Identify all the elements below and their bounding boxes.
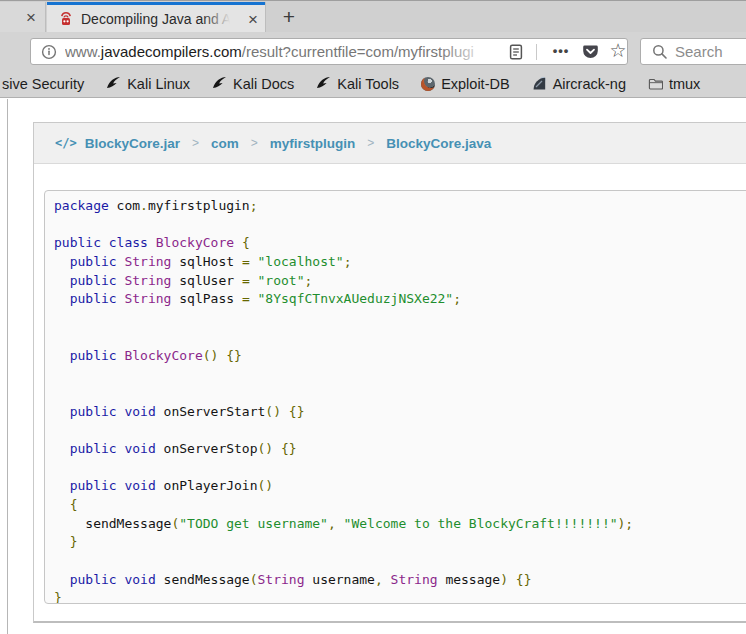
content-panel: </> BlockyCore.jar > com > myfirstplugin…	[33, 122, 746, 623]
url-bar[interactable]: www.javadecompilers.com/result?currentfi…	[30, 38, 628, 65]
bookmarks-toolbar: sive Security Kali Linux Kali Docs Kali …	[0, 70, 746, 98]
bookmark-kali-linux[interactable]: Kali Linux	[95, 70, 201, 97]
bookmark-kali-tools[interactable]: Kali Tools	[305, 70, 410, 97]
bookmark-label: Kali Docs	[233, 76, 294, 92]
bookmark-label: Exploit-DB	[441, 76, 510, 92]
search-icon	[652, 44, 668, 60]
kali-dragon-icon	[106, 76, 121, 91]
tab-title-fade	[203, 5, 235, 33]
folder-icon	[648, 76, 663, 91]
antenna-dish-icon	[532, 76, 547, 91]
pocket-save-icon[interactable]	[582, 44, 599, 60]
tab-close-icon[interactable]: ×	[26, 9, 36, 26]
breadcrumb-package-link[interactable]: myfirstplugin	[270, 136, 356, 151]
url-prefix: www.	[65, 43, 101, 60]
breadcrumb-jar-link[interactable]: BlockyCore.jar	[85, 136, 180, 151]
active-tab-close-button[interactable]: ×	[248, 5, 258, 33]
url-domain: javadecompilers.com	[101, 43, 242, 60]
bookmark-aircrack-ng[interactable]: Aircrack-ng	[521, 70, 637, 97]
code-icon: </>	[55, 136, 77, 150]
bookmark-offensive-security[interactable]: sive Security	[0, 70, 95, 97]
reader-mode-icon[interactable]	[508, 44, 524, 60]
chevron-right-icon: >	[367, 136, 374, 150]
site-info-icon[interactable]	[41, 44, 57, 60]
kali-dragon-icon	[212, 76, 227, 91]
bookmark-label: tmux	[669, 76, 700, 92]
breadcrumb-file-link[interactable]: BlockyCore.java	[386, 136, 491, 151]
kali-dragon-icon	[316, 76, 331, 91]
code-block: package com.myfirstplugin;public class B…	[44, 190, 746, 604]
url-fade	[439, 40, 503, 63]
breadcrumb: </> BlockyCore.jar > com > myfirstplugin…	[34, 123, 746, 164]
chevron-right-icon: >	[192, 136, 199, 150]
bookmark-tmux[interactable]: tmux	[637, 70, 711, 97]
close-icon: ×	[248, 11, 258, 28]
tab-bar: × Decompiling Java and And × +	[0, 0, 746, 32]
search-bar[interactable]	[640, 38, 746, 65]
chevron-right-icon: >	[251, 136, 258, 150]
partial-left-tab[interactable]: ×	[0, 2, 46, 33]
search-input[interactable]	[673, 40, 746, 63]
urlbar-separator	[536, 44, 537, 60]
exploit-db-icon	[421, 77, 435, 91]
bookmark-label: sive Security	[2, 76, 84, 92]
bookmark-label: Kali Linux	[127, 76, 190, 92]
active-tab[interactable]: Decompiling Java and And ×	[47, 2, 266, 33]
breadcrumb-com-link[interactable]: com	[211, 136, 239, 151]
bookmark-star-icon[interactable]: ☆	[607, 39, 629, 64]
bookmark-exploit-db[interactable]: Exploit-DB	[410, 70, 521, 97]
bookmark-kali-docs[interactable]: Kali Docs	[201, 70, 305, 97]
new-tab-button[interactable]: +	[274, 2, 304, 33]
bookmark-label: Aircrack-ng	[553, 76, 626, 92]
bookmark-label: Kali Tools	[337, 76, 399, 92]
page-actions-button[interactable]: •••	[542, 39, 580, 64]
page-left-rule	[7, 99, 8, 634]
site-favicon-icon	[58, 10, 74, 26]
